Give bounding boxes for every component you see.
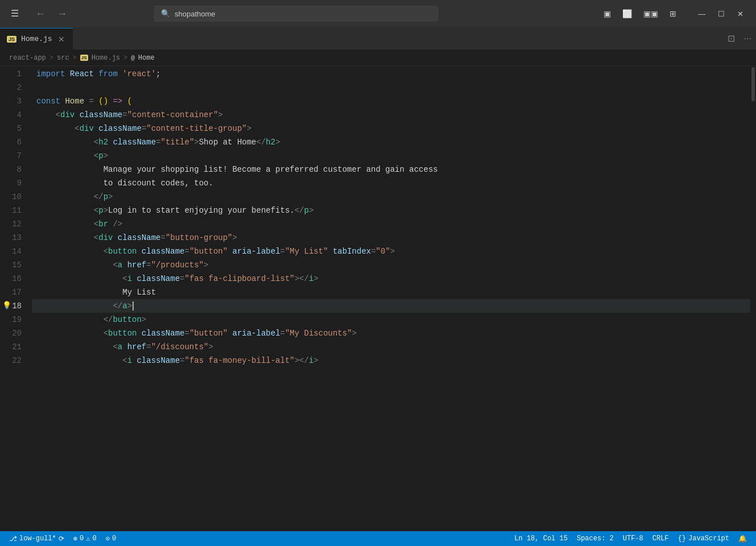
js-file-icon: JS xyxy=(7,36,16,43)
line-number-11: 11 xyxy=(0,204,27,217)
line-number-15: 15 xyxy=(0,258,27,272)
line-number-12: 12 xyxy=(0,217,27,231)
status-spaces[interactable]: Spaces: 2 xyxy=(572,535,618,543)
minimize-button[interactable]: — xyxy=(692,7,711,20)
line-number-17: 17 xyxy=(0,286,27,299)
code-line-7: <p> xyxy=(32,149,750,163)
forward-button[interactable]: → xyxy=(53,6,71,22)
statusbar: ⎇ low-gull* ⟳ ⊗ 0 ⚠ 0 ⊙ 0 Ln 18, Col 15 … xyxy=(0,531,756,546)
code-line-6: <h2 className="title">Shop at Home</h2> xyxy=(32,135,750,149)
line-number-1: 1 xyxy=(0,67,27,81)
text-cursor xyxy=(133,301,134,311)
line-number-9: 9 xyxy=(0,176,27,190)
line-number-4: 4 xyxy=(0,108,27,122)
code-line-17: My List xyxy=(32,286,750,299)
breadcrumb-filename[interactable]: Home.js xyxy=(92,54,120,62)
lightbulb-icon[interactable]: 💡 xyxy=(2,299,11,313)
menu-icon[interactable]: ☰ xyxy=(7,8,23,19)
breadcrumb-sep3: > xyxy=(123,54,127,62)
breadcrumb-symbol-icon: @ xyxy=(131,55,135,61)
breadcrumb-src[interactable]: src xyxy=(57,54,69,62)
line-number-13: 13 xyxy=(0,231,27,245)
code-line-8: Manage your shopping list! Become a pref… xyxy=(32,163,750,176)
breadcrumb-function[interactable]: Home xyxy=(138,54,155,62)
line-number-21: 21 xyxy=(0,340,27,354)
breadcrumb-js-icon: JS xyxy=(80,55,88,61)
close-button[interactable]: ✕ xyxy=(732,7,749,20)
code-line-2 xyxy=(32,81,750,94)
search-icon: 🔍 xyxy=(161,9,170,18)
breadcrumb: react-app > src > JS Home.js > @ Home xyxy=(0,50,756,66)
code-area[interactable]: import React from 'react'; const Home = … xyxy=(32,66,750,531)
layout-split-button[interactable]: ⬜ xyxy=(618,7,637,20)
remote-count: 0 xyxy=(112,535,116,543)
error-icon: ⊗ xyxy=(73,535,77,543)
status-line-ending[interactable]: CRLF xyxy=(648,535,674,543)
line-number-22: 22 xyxy=(0,354,27,367)
status-bell[interactable]: 🔔 xyxy=(734,535,751,543)
breadcrumb-sep1: > xyxy=(49,54,53,62)
language-icon: {} xyxy=(678,535,686,543)
layout-editor-button[interactable]: ▣ xyxy=(599,7,615,20)
warning-count: 0 xyxy=(92,535,96,543)
editor-area: 1234567891011121314151617💡1819202122 imp… xyxy=(0,66,756,531)
tab-filename: Home.js xyxy=(21,35,52,43)
sync-icon: ⟳ xyxy=(59,535,64,543)
code-line-15: <a href="/products"> xyxy=(32,258,750,272)
bell-icon: 🔔 xyxy=(738,535,747,543)
encoding-text: UTF-8 xyxy=(623,535,643,543)
back-button[interactable]: ← xyxy=(32,6,49,22)
status-encoding[interactable]: UTF-8 xyxy=(618,535,648,543)
line-numbers: 1234567891011121314151617💡1819202122 xyxy=(0,66,32,531)
layout-actions: ▣ ⬜ ▣▣ ⊞ xyxy=(599,7,681,20)
split-editor-button[interactable]: ⊡ xyxy=(723,31,740,46)
tab-close-button[interactable]: ✕ xyxy=(57,34,66,44)
code-line-22: <i className="fas fa-money-bill-alt"></i… xyxy=(32,354,750,367)
spaces-text: Spaces: 2 xyxy=(577,535,614,543)
layout-sidebar-button[interactable]: ▣▣ xyxy=(639,7,663,20)
line-ending-text: CRLF xyxy=(652,535,669,543)
more-actions-button[interactable]: ··· xyxy=(740,31,756,46)
line-number-7: 7 xyxy=(0,149,27,163)
nav-buttons: ← → xyxy=(32,6,71,22)
code-line-10: </p> xyxy=(32,190,750,204)
maximize-button[interactable]: ☐ xyxy=(712,7,730,20)
window-controls: — ☐ ✕ xyxy=(692,7,749,20)
line-number-5: 5 xyxy=(0,122,27,135)
branch-icon: ⎇ xyxy=(9,535,17,543)
code-line-19: </button> xyxy=(32,313,750,326)
status-branch[interactable]: ⎇ low-gull* ⟳ xyxy=(5,531,69,546)
status-errors[interactable]: ⊗ 0 ⚠ 0 xyxy=(69,531,101,546)
code-line-1: import React from 'react'; xyxy=(32,67,750,81)
scrollbar[interactable] xyxy=(750,66,756,531)
position-text: Ln 18, Col 15 xyxy=(514,535,568,543)
status-position[interactable]: Ln 18, Col 15 xyxy=(510,535,572,543)
warning-icon: ⚠ xyxy=(86,535,90,543)
code-line-12: <br /> xyxy=(32,217,750,231)
breadcrumb-react-app[interactable]: react-app xyxy=(9,54,46,62)
code-line-14: <button className="button" aria-label="M… xyxy=(32,245,750,258)
branch-name: low-gull* xyxy=(19,535,56,543)
line-number-2: 2 xyxy=(0,81,27,94)
line-number-6: 6 xyxy=(0,135,27,149)
tab-home-js[interactable]: JS Home.js ✕ xyxy=(0,28,73,49)
code-line-13: <div className="button-group"> xyxy=(32,231,750,245)
code-line-21: <a href="/discounts"> xyxy=(32,340,750,354)
line-number-18: 💡18 xyxy=(0,299,27,313)
code-line-4: <div className="content-container"> xyxy=(32,108,750,122)
language-text: JavaScript xyxy=(688,535,729,543)
scrollbar-thumb xyxy=(751,67,755,101)
titlebar: ☰ ← → 🔍 ▣ ⬜ ▣▣ ⊞ — ☐ ✕ xyxy=(0,0,756,27)
line-number-3: 3 xyxy=(0,94,27,108)
search-bar[interactable]: 🔍 xyxy=(154,6,439,22)
status-right: Ln 18, Col 15 Spaces: 2 UTF-8 CRLF {} Ja… xyxy=(510,535,751,543)
status-remote[interactable]: ⊙ 0 xyxy=(101,531,121,546)
layout-grid-button[interactable]: ⊞ xyxy=(665,7,681,20)
breadcrumb-sep2: > xyxy=(73,54,77,62)
search-input[interactable] xyxy=(175,10,432,18)
code-line-9: to discount codes, too. xyxy=(32,176,750,190)
code-line-16: <i className="fas fa-clipboard-list"></i… xyxy=(32,272,750,286)
code-line-3: const Home = () => ( xyxy=(32,94,750,108)
code-line-18: </a> xyxy=(32,299,750,313)
status-language[interactable]: {} JavaScript xyxy=(674,535,734,543)
